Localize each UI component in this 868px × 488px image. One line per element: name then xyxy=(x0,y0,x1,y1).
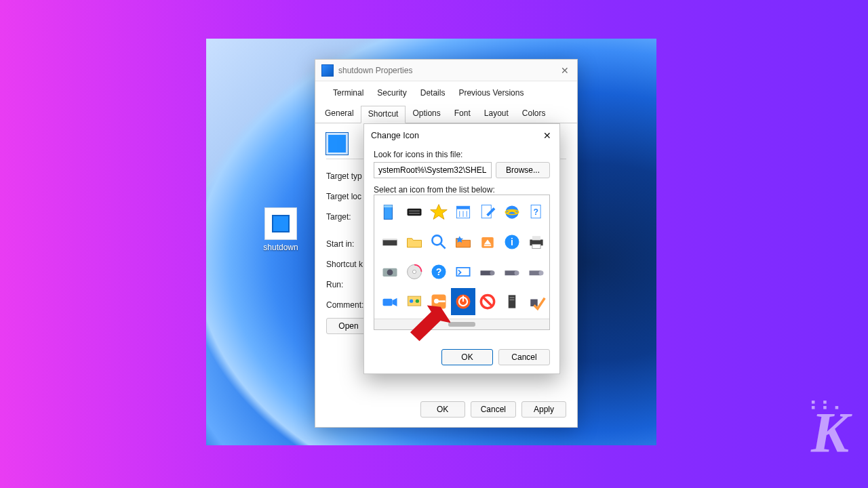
desktop-shortcut-shutdown[interactable]: shutdown xyxy=(255,207,307,252)
scrollbar-thumb[interactable] xyxy=(448,322,475,327)
svg-rect-18 xyxy=(383,239,397,241)
shortcut-glyph xyxy=(272,215,290,232)
properties-title: shutdown Properties xyxy=(338,66,553,75)
more2-icon[interactable] xyxy=(549,229,550,255)
svg-rect-1 xyxy=(384,205,392,208)
change-icon-footer: OK Cancel xyxy=(441,349,550,365)
more-icon[interactable] xyxy=(549,199,550,225)
svg-text:?: ? xyxy=(436,266,442,277)
ssd-icon[interactable] xyxy=(403,199,426,225)
svg-point-41 xyxy=(515,270,519,275)
no-entry-icon[interactable] xyxy=(476,289,499,314)
svg-point-19 xyxy=(432,235,441,245)
folder-icon[interactable] xyxy=(403,229,426,255)
key-icon[interactable] xyxy=(427,289,450,314)
svg-point-34 xyxy=(412,270,416,273)
doc-more-icon[interactable] xyxy=(549,289,550,314)
properties-tabs-row2: General Shortcut Options Font Layout Col… xyxy=(315,102,577,123)
magenta-frame: shutdown shutdown Properties ✕ Terminal … xyxy=(0,0,868,488)
look-for-icons-label: Look for icons in this file: xyxy=(374,150,550,159)
scanner-icon[interactable] xyxy=(378,229,401,255)
svg-rect-59 xyxy=(510,297,515,298)
browse-button[interactable]: Browse... xyxy=(496,162,550,178)
camera-icon[interactable] xyxy=(378,259,401,285)
control-panel-icon[interactable] xyxy=(403,289,426,314)
question-icon[interactable]: ? xyxy=(427,259,450,285)
watermark-k-icon: ▪ ▪▪ ▪ ▪ K xyxy=(811,400,849,455)
cd-icon[interactable] xyxy=(403,259,426,285)
svg-line-57 xyxy=(483,297,492,306)
svg-rect-60 xyxy=(510,300,515,301)
svg-point-32 xyxy=(387,270,393,276)
svg-point-39 xyxy=(490,270,495,275)
shortcut-large-icon xyxy=(326,133,348,155)
svg-rect-2 xyxy=(408,209,422,216)
tab-details[interactable]: Details xyxy=(414,85,452,102)
svg-rect-17 xyxy=(383,240,397,246)
svg-text:i: i xyxy=(511,237,513,247)
tab-terminal[interactable]: Terminal xyxy=(326,85,370,102)
svg-point-48 xyxy=(410,300,413,303)
svg-point-43 xyxy=(539,270,544,275)
change-icon-body: Look for icons in this file: Browse... S… xyxy=(364,147,559,338)
power-icon[interactable] xyxy=(452,289,475,314)
svg-rect-7 xyxy=(456,206,469,209)
calendar-icon[interactable] xyxy=(452,199,475,225)
close-icon[interactable]: ✕ xyxy=(535,125,559,146)
run-icon[interactable] xyxy=(452,259,475,285)
svg-rect-29 xyxy=(532,245,540,249)
printer-icon[interactable] xyxy=(525,229,548,255)
svg-point-51 xyxy=(434,299,439,304)
apply-button[interactable]: Apply xyxy=(521,401,566,418)
tab-security[interactable]: Security xyxy=(370,85,413,102)
cancel-button[interactable]: Cancel xyxy=(498,349,550,365)
ie-icon[interactable] xyxy=(500,199,524,225)
ok-button[interactable]: OK xyxy=(420,401,465,418)
icon-path-input[interactable] xyxy=(374,162,492,178)
shortcut-file-icon xyxy=(264,207,297,240)
properties-titlebar[interactable]: shutdown Properties ✕ xyxy=(315,60,577,81)
projector-3-icon[interactable] xyxy=(525,259,548,285)
svg-rect-28 xyxy=(532,236,540,240)
projector-2-icon[interactable] xyxy=(500,259,524,285)
tab-previous-versions[interactable]: Previous Versions xyxy=(452,85,530,102)
change-icon-dialog: Change Icon ✕ Look for icons in this fil… xyxy=(363,123,560,374)
tab-font[interactable]: Font xyxy=(448,106,477,123)
svg-marker-46 xyxy=(393,298,397,306)
tab-options[interactable]: Options xyxy=(406,106,447,123)
tab-shortcut[interactable]: Shortcut xyxy=(361,106,406,123)
check-icon[interactable] xyxy=(525,289,548,314)
icon-grid: ? i ? xyxy=(374,195,549,320)
info-icon[interactable]: i xyxy=(500,229,524,255)
edit-doc-icon[interactable] xyxy=(476,199,499,225)
ok-button[interactable]: OK xyxy=(441,349,493,365)
tab-colors[interactable]: Colors xyxy=(515,106,553,123)
change-icon-titlebar[interactable]: Change Icon ✕ xyxy=(364,124,559,147)
close-icon[interactable]: ✕ xyxy=(553,60,577,81)
server-icon[interactable] xyxy=(500,289,524,314)
camcorder-icon[interactable] xyxy=(378,289,401,314)
svg-point-49 xyxy=(416,300,419,303)
drive-icon[interactable] xyxy=(378,199,401,225)
properties-footer: OK Cancel Apply xyxy=(420,401,566,418)
svg-line-20 xyxy=(441,244,446,249)
svg-rect-3 xyxy=(409,210,420,211)
help-doc-icon[interactable]: ? xyxy=(525,199,548,225)
select-icon-label: Select an icon from the list below: xyxy=(374,185,550,195)
tab-general[interactable]: General xyxy=(318,106,361,123)
projector-1-icon[interactable] xyxy=(476,259,499,285)
eject-icon[interactable] xyxy=(476,229,499,255)
icon-list-scrollbar[interactable] xyxy=(374,319,549,329)
app-icon xyxy=(322,65,333,76)
cancel-button[interactable]: Cancel xyxy=(471,401,516,418)
star-icon[interactable] xyxy=(427,199,450,225)
svg-rect-45 xyxy=(383,299,393,306)
windows-desktop: shutdown shutdown Properties ✕ Terminal … xyxy=(206,39,656,445)
svg-marker-5 xyxy=(431,205,448,220)
favorites-folder-icon[interactable] xyxy=(452,229,475,255)
magnifier-icon[interactable] xyxy=(427,229,450,255)
svg-text:?: ? xyxy=(533,207,538,217)
tab-layout[interactable]: Layout xyxy=(477,106,515,123)
more3-icon[interactable] xyxy=(549,259,550,285)
icon-list[interactable]: ? i ? xyxy=(374,195,550,330)
